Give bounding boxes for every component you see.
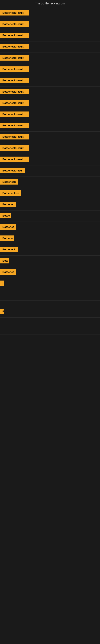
bottleneck-result-bar[interactable]: Bottleneck <box>0 247 18 252</box>
bottleneck-result-bar[interactable]: Bottleneck result <box>0 89 29 94</box>
bottleneck-result-bar[interactable]: Bottleneck result <box>0 44 29 49</box>
bottleneck-result-bar[interactable]: Bottl <box>0 258 9 264</box>
list-item: Bottleneck result <box>0 120 100 132</box>
list-item: Bottleneck result <box>0 154 100 166</box>
list-item: Bottleneck result <box>0 64 100 75</box>
list-item: Bottleneck result <box>0 132 100 143</box>
list-item: Bottleneck result <box>0 53 100 64</box>
bottleneck-result-bar[interactable]: Bottleneck result <box>0 145 29 151</box>
list-item: Bottlenec <box>0 267 100 278</box>
list-item: Bottlene <box>0 233 100 244</box>
bottleneck-result-bar[interactable]: Bottleneck result <box>0 21 29 27</box>
bottleneck-result-bar[interactable]: Bottlenec <box>0 224 16 230</box>
list-item: Bottleneck result <box>0 143 100 154</box>
list-item: Bottleneck <box>0 177 100 188</box>
site-header: TheBottlenecker.com <box>0 0 100 8</box>
list-item <box>0 301 100 306</box>
list-item: Bottleneck re <box>0 188 100 199</box>
bottleneck-result-bar[interactable]: Bottleneck result <box>0 156 29 162</box>
bottleneck-result-bar[interactable]: Bottleneck result <box>0 112 29 117</box>
bottleneck-result-bar[interactable]: B <box>0 309 4 314</box>
list-item: Bottl <box>0 256 100 267</box>
list-item: Bottleneck result <box>0 30 100 42</box>
bottleneck-result-bar[interactable]: Bottleneck result <box>0 134 29 140</box>
bottleneck-result-bar[interactable]: Bottleneck result <box>0 100 29 106</box>
list-item: Bottleneck result <box>0 42 100 53</box>
list-item: Bottleneck result <box>0 75 100 86</box>
list-item <box>0 329 100 334</box>
site-title: TheBottlenecker.com <box>0 0 100 8</box>
list-item <box>0 334 100 340</box>
list-item <box>0 323 100 329</box>
bottleneck-result-bar[interactable]: | <box>0 280 4 286</box>
bottleneck-result-bar[interactable]: Bottleneck <box>0 179 18 184</box>
bottleneck-result-bar[interactable]: Bottleneck result <box>0 32 29 38</box>
bottleneck-result-bar[interactable]: Bottleneck result <box>0 55 29 60</box>
list-item: Bottlenec <box>0 222 100 233</box>
list-item: Bottle <box>0 210 100 222</box>
list-item: Bottleneck result <box>0 8 100 19</box>
list-item: Bottleneck result <box>0 19 100 30</box>
list-item <box>0 318 100 323</box>
bottleneck-result-bar[interactable]: Bottleneck resu <box>0 168 25 173</box>
list-item: Bottleneck result <box>0 98 100 109</box>
bottleneck-result-bar[interactable]: Bottleneck result <box>0 66 29 72</box>
list-item: Bottleneck result <box>0 109 100 120</box>
list-item: Bottleneck result <box>0 86 100 98</box>
list-item <box>0 295 100 301</box>
list-item: | <box>0 278 100 290</box>
list-item: Bottlenec <box>0 199 100 210</box>
list-item: Bottleneck resu <box>0 166 100 177</box>
bottleneck-result-bar[interactable]: Bottleneck result <box>0 10 29 16</box>
bottleneck-result-bar[interactable]: Bottle <box>0 213 11 218</box>
bottleneck-result-bar[interactable]: Bottlene <box>0 236 14 241</box>
bottleneck-result-bar[interactable]: Bottleneck result <box>0 78 29 83</box>
bottleneck-result-bar[interactable]: Bottleneck re <box>0 190 21 196</box>
list-item: Bottleneck <box>0 244 100 256</box>
list-item: B <box>0 306 100 318</box>
bottleneck-result-bar[interactable]: Bottleneck result <box>0 123 29 128</box>
bottleneck-result-bar[interactable]: Bottlenec <box>0 269 16 275</box>
list-item <box>0 290 100 295</box>
rows-container: Bottleneck resultBottleneck resultBottle… <box>0 8 100 340</box>
bottleneck-result-bar[interactable]: Bottlenec <box>0 202 16 207</box>
